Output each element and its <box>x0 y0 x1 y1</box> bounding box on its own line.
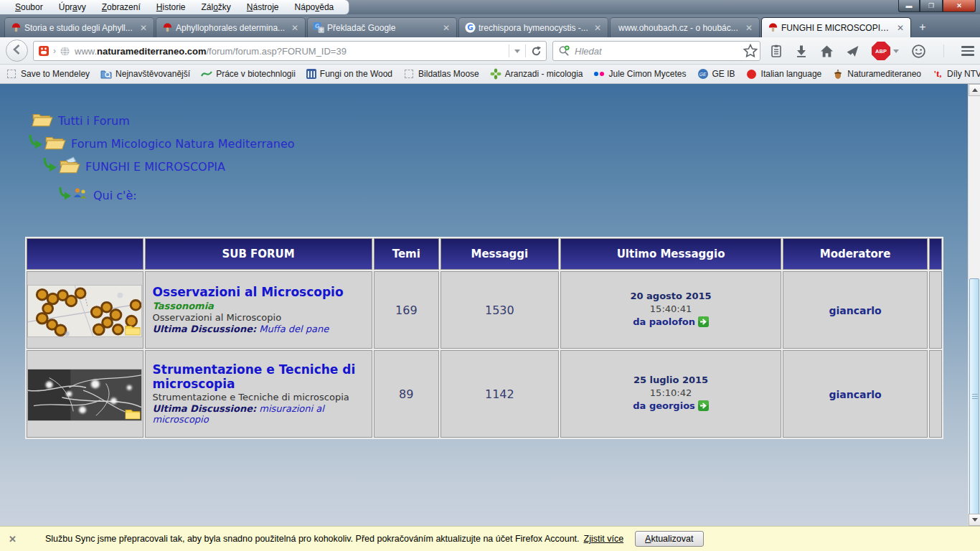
menu-historie[interactable]: Historie <box>149 2 194 12</box>
star-icon[interactable] <box>743 44 758 58</box>
menu-icon[interactable] <box>961 46 974 56</box>
go-arrow-icon[interactable] <box>698 316 709 331</box>
last-discussion: Ultima Discussione: Muffa del pane <box>153 324 364 334</box>
menu-napoveda[interactable]: Nápověda <box>287 2 342 12</box>
mushroom-favicon <box>10 22 22 34</box>
chat-icon[interactable] <box>911 44 926 59</box>
folder-icon <box>32 110 53 131</box>
tab-aphyllophorales[interactable]: Aphyllophorales determina... ✕ <box>156 17 306 37</box>
bookmark-bildatlas-moose[interactable]: Bildatlas Moose <box>403 68 479 80</box>
restore-button[interactable]: ❐ <box>920 0 943 12</box>
subforum-title-link[interactable]: Osservazioni al Microscopio <box>153 286 364 300</box>
bookmark-label: Save to Mendeley <box>21 69 90 79</box>
learn-more-link[interactable]: Zjistit více <box>584 534 624 544</box>
menu-zalozky[interactable]: Záložky <box>193 2 238 12</box>
scroll-up-button[interactable] <box>969 84 980 96</box>
urlbar-addon-icon[interactable] <box>38 45 50 57</box>
breadcrumb-link[interactable]: Tutti i Forum <box>58 114 130 128</box>
tab-close-icon[interactable]: ✕ <box>138 23 149 33</box>
bookmark-prace-v-biotechnlogii[interactable]: Práce v biotechnlogii <box>201 68 296 80</box>
new-tab-button[interactable]: + <box>913 19 933 36</box>
bookmark-label: Jule Cimon Mycetes <box>608 69 686 79</box>
breadcrumb-link[interactable]: FUNGHI E MICROSCOPIA <box>85 160 225 174</box>
search-input[interactable] <box>575 46 755 57</box>
tab-close-icon[interactable]: ✕ <box>744 23 754 33</box>
jump-arrow-icon <box>42 157 57 176</box>
home-icon[interactable] <box>820 44 834 58</box>
back-button[interactable] <box>6 39 28 62</box>
reload-icon[interactable] <box>531 46 542 57</box>
adblock-icon[interactable]: ABP <box>872 42 899 60</box>
scroll-down-button[interactable] <box>969 514 980 526</box>
tab-prekladac[interactable]: G文 Překladač Google ✕ <box>307 17 457 37</box>
scrollbar-thumb[interactable] <box>969 278 979 515</box>
vertical-scrollbar[interactable] <box>968 84 980 526</box>
tab-trechispora[interactable]: G trechispora hymenocystis -... ✕ <box>458 17 608 37</box>
bookmark-ge-ib[interactable]: GEGE IB <box>697 68 735 80</box>
menu-nastroje[interactable]: Nástroje <box>239 2 287 12</box>
menu-label: istorie <box>162 2 185 12</box>
tab-funghi-active[interactable]: FUNGHI E MICROSCOPIA , ... ✕ <box>761 17 911 37</box>
tab-ohoubach[interactable]: www.ohoubach.cz - o houbác... ✕ <box>610 17 760 37</box>
arrow-up-icon <box>972 88 978 92</box>
bookmark-jule-cimon-mycetes[interactable]: Jule Cimon Mycetes <box>593 68 686 80</box>
urlbar-dropdown-icon[interactable] <box>514 50 520 53</box>
tab-close-icon[interactable]: ✕ <box>593 23 603 33</box>
search-icon[interactable] <box>558 45 570 57</box>
tab-title: Překladač Google <box>327 23 438 33</box>
bookmark-dily-ntv650[interactable]: 't,Díly NTV650 <box>932 68 980 80</box>
url-bar[interactable]: › www.naturamediterraneo.com/forum/forum… <box>33 41 547 61</box>
downloads-icon[interactable] <box>795 44 808 57</box>
last-message-author-link[interactable]: da georgios <box>633 400 695 411</box>
last-message-time: 15:10:42 <box>561 387 781 400</box>
dashed-placeholder-icon <box>6 68 17 80</box>
close-button[interactable]: ✕ <box>943 0 976 12</box>
menu-soubor[interactable]: Soubor <box>7 2 51 12</box>
last-message-author-link[interactable]: da paolofon <box>633 316 695 327</box>
tab-close-icon[interactable]: ✕ <box>441 23 451 33</box>
bookmark-nejnavstevovanejsi[interactable]: Nejnavštěvovanější <box>100 68 190 80</box>
subforum-title-link[interactable]: Strumentazione e Tecniche di microscopia <box>153 363 364 391</box>
ultimo-messaggio-cell: 25 luglio 2015 15:10:42 da georgios <box>560 350 782 438</box>
messaggi-cell: 1530 <box>440 271 559 349</box>
reading-list-icon[interactable] <box>770 44 783 57</box>
tab-close-icon[interactable]: ✕ <box>290 23 300 33</box>
header-messaggi: Messaggi <box>440 238 559 270</box>
url-prefix: www. <box>75 46 97 57</box>
smart-folder-icon <box>100 68 112 80</box>
minimize-button[interactable]: ▬ <box>898 0 920 12</box>
moderator-link[interactable]: giancarlo <box>829 389 881 400</box>
menu-accesskey: S <box>15 2 21 12</box>
jump-arrow-icon <box>57 187 72 204</box>
share-icon[interactable] <box>846 44 859 58</box>
notification-close-icon[interactable]: ✕ <box>9 534 17 545</box>
menu-accesskey: Z <box>102 2 107 12</box>
bookmark-naturamediteraneo[interactable]: Naturamediteraneo <box>832 68 921 80</box>
go-arrow-icon[interactable] <box>698 400 709 415</box>
table-header-row: SUB FORUM Temi Messaggi Ultimo Messaggio… <box>27 238 942 270</box>
bookmark-italian-language[interactable]: Italian language <box>746 68 822 80</box>
bookmark-aranzadi-micologia[interactable]: Aranzadi - micologia <box>490 68 583 80</box>
last-discussion-link[interactable]: Muffa del pane <box>259 324 329 334</box>
menu-accesskey: N <box>247 2 253 12</box>
tab-storia[interactable]: Storia e studio degli Aphyll... ✕ <box>4 17 154 37</box>
subforum-thumbnail-mycelium[interactable] <box>27 369 142 421</box>
update-button[interactable]: Aktualizovat <box>635 531 703 547</box>
menu-zobrazeni[interactable]: Zobrazení <box>94 2 149 12</box>
bookmark-fungi-on-the-wood[interactable]: Fungi on the Wood <box>306 69 392 79</box>
subforum-thumbnail-spores[interactable] <box>27 285 142 337</box>
jump-arrow-icon <box>27 134 43 153</box>
folder-badge-icon <box>125 324 141 339</box>
menu-upravy[interactable]: Úpravy <box>51 2 94 12</box>
tab-close-icon[interactable]: ✕ <box>895 23 905 33</box>
search-bar[interactable] <box>552 41 760 61</box>
last-message-date: 25 luglio 2015 <box>561 374 781 387</box>
bookmark-save-to-mendeley[interactable]: Save to Mendeley <box>6 68 90 80</box>
breadcrumb-link[interactable]: Qui c'è: <box>93 189 137 202</box>
moderator-link[interactable]: giancarlo <box>829 305 881 316</box>
adblock-dropdown-icon[interactable] <box>893 50 899 53</box>
last-discussion-label: Ultima Discussione: <box>153 403 257 414</box>
breadcrumb-link[interactable]: Forum Micologico Natura Mediterraneo <box>71 137 295 151</box>
spacer-cell <box>929 271 942 349</box>
divider <box>525 44 526 57</box>
